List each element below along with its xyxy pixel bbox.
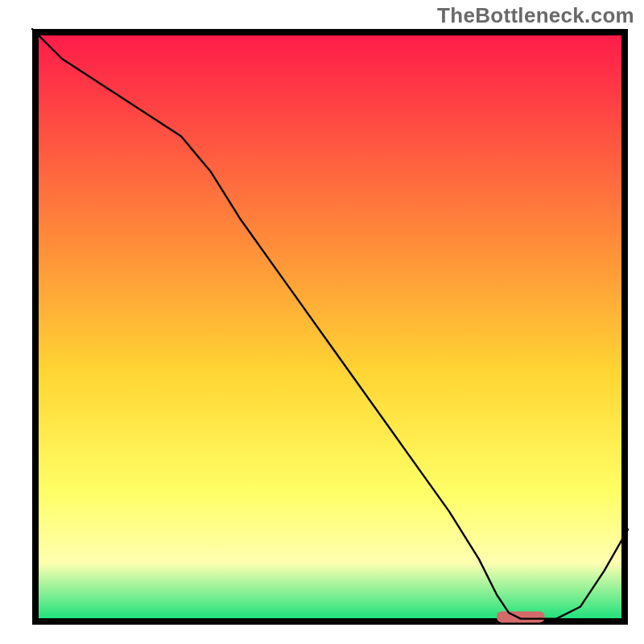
optimal-range-marker [497,611,544,622]
chart-container: TheBottleneck.com [0,0,644,644]
watermark-text: TheBottleneck.com [437,3,634,28]
plot-background [35,32,625,621]
bottleneck-chart [0,0,644,644]
